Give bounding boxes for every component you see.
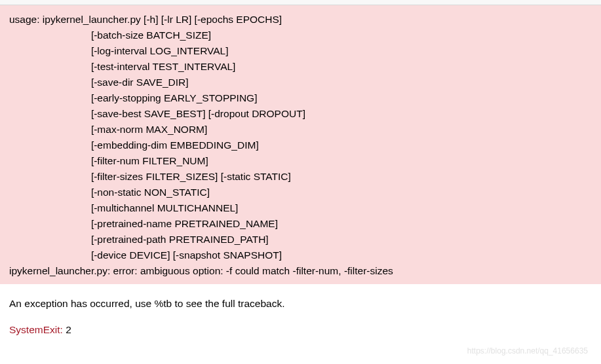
usage-option-line: [-filter-sizes FILTER_SIZES] [-static ST… [9,171,291,182]
cell-top-border [0,0,601,5]
usage-option-line: [-device DEVICE] [-snapshot SNAPSHOT] [9,249,282,261]
usage-option-line: [-log-interval LOG_INTERVAL] [9,45,229,56]
usage-option-line: [-non-static NON_STATIC] [9,187,210,198]
stderr-output: usage: ipykernel_launcher.py [-h] [-lr L… [0,5,601,284]
system-exit-value: 2 [63,324,71,335]
usage-option-line: [-pretrained-name PRETRAINED_NAME] [9,218,278,229]
usage-option-line: [-pretrained-path PRETRAINED_PATH] [9,234,269,245]
system-exit-label: SystemExit: [9,324,63,335]
usage-header: usage: ipykernel_launcher.py [-h] [-lr L… [9,14,282,25]
usage-option-line: [-embedding-dim EMBEDDING_DIM] [9,139,259,151]
usage-option-line: [-test-interval TEST_INTERVAL] [9,61,235,72]
usage-option-line: [-save-best SAVE_BEST] [-dropout DROPOUT… [9,108,305,119]
usage-option-line: [-early-stopping EARLY_STOPPING] [9,92,257,103]
usage-option-line: [-multichannel MULTICHANNEL] [9,202,238,213]
system-exit-line: SystemExit: 2 [0,313,601,347]
error-line: ipykernel_launcher.py: error: ambiguous … [9,265,393,276]
usage-option-line: [-filter-num FILTER_NUM] [9,155,208,166]
usage-option-line: [-batch-size BATCH_SIZE] [9,29,211,41]
usage-option-line: [-max-norm MAX_NORM] [9,124,207,135]
usage-option-line: [-save-dir SAVE_DIR] [9,77,189,88]
exception-message: An exception has occurred, use %tb to se… [0,284,601,313]
